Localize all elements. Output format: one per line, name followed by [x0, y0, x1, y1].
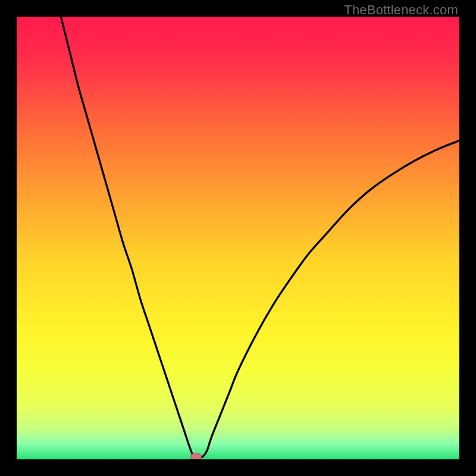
- watermark-text: TheBottleneck.com: [344, 2, 458, 18]
- bottleneck-curve: [61, 17, 459, 458]
- chart-frame: TheBottleneck.com: [0, 0, 476, 476]
- plot-area: [17, 17, 459, 459]
- optimal-marker: [190, 453, 201, 459]
- curve-layer: [17, 17, 459, 459]
